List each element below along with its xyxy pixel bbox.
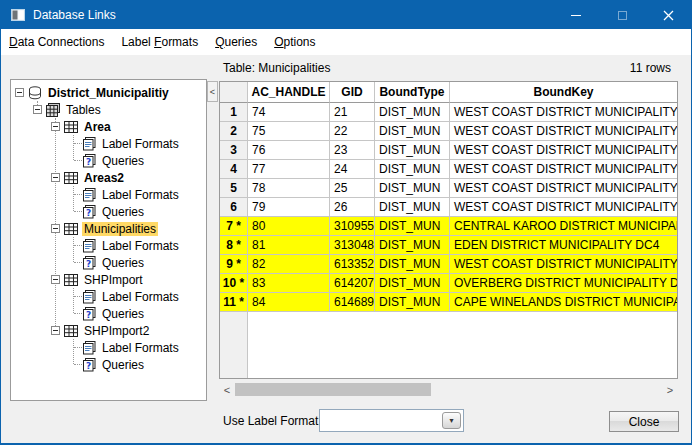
table-icon [64, 171, 78, 185]
cell-boundtype: DIST_MUN [375, 274, 450, 293]
tree-item-label-formats[interactable]: Label Formats [11, 186, 206, 203]
row-header[interactable]: 3 [220, 141, 248, 160]
queries-icon: ? [82, 307, 96, 321]
svg-text:?: ? [86, 208, 91, 218]
table-icon [64, 273, 78, 287]
cell-ac-handle: 83 [248, 274, 330, 293]
table-row[interactable]: 27522DIST_MUNWEST COAST DISTRICT MUNICIP… [220, 122, 677, 141]
table-row[interactable]: 67926DIST_MUNWEST COAST DISTRICT MUNICIP… [220, 198, 677, 217]
menu-item-queries[interactable]: Queries [215, 35, 257, 49]
tree-item-queries[interactable]: ?Queries [11, 152, 206, 169]
table-row[interactable]: 47724DIST_MUNWEST COAST DISTRICT MUNICIP… [220, 160, 677, 179]
tree-item-queries[interactable]: ?Queries [11, 305, 206, 322]
close-dialog-button[interactable]: Close [609, 411, 679, 432]
cell-ac-handle: 76 [248, 141, 330, 160]
close-icon [663, 10, 674, 21]
tree-item-tables[interactable]: Tables [11, 101, 206, 118]
cell-boundtype: DIST_MUN [375, 293, 450, 312]
scrollbar-thumb[interactable] [235, 383, 431, 396]
cell-gid: 25 [330, 179, 375, 198]
row-header[interactable]: 9 * [220, 255, 248, 274]
table-icon [64, 222, 78, 236]
tree-item-label: SHPImport2 [82, 324, 151, 338]
row-header[interactable]: 1 [220, 103, 248, 122]
tree-item-label: Queries [100, 256, 146, 270]
close-button[interactable] [645, 1, 691, 29]
table-row[interactable]: 8 *813130486DIST_MUNEDEN DISTRICT MUNICI… [220, 236, 677, 255]
row-header[interactable]: 11 * [220, 293, 248, 312]
cell-boundkey: WEST COAST DISTRICT MUNICIPALITY DC1 [450, 179, 677, 198]
grid-rows: 17421DIST_MUNWEST COAST DISTRICT MUNICIP… [220, 103, 677, 312]
combobox-dropdown-button[interactable]: ▾ [442, 412, 461, 429]
cell-gid: 22 [330, 122, 375, 141]
table-row[interactable]: 57825DIST_MUNWEST COAST DISTRICT MUNICIP… [220, 179, 677, 198]
tree-item-district-municipalitiy[interactable]: District_Municipalitiy [11, 84, 206, 101]
scroll-left-icon[interactable]: < [219, 381, 235, 398]
cell-boundkey: WEST COAST DISTRICT MUNICIPALITY DC1 [450, 141, 677, 160]
column-header-boundtype[interactable]: BoundType [375, 82, 450, 103]
table-row[interactable]: 7 *803109555DIST_MUNCENTRAL KAROO DISTRI… [220, 217, 677, 236]
tree-item-label-formats[interactable]: Label Formats [11, 288, 206, 305]
row-header[interactable]: 10 * [220, 274, 248, 293]
row-header[interactable]: 4 [220, 160, 248, 179]
column-header-boundkey[interactable]: BoundKey [450, 82, 677, 103]
collapse-expander-icon[interactable] [51, 173, 60, 182]
tree-item-queries[interactable]: ?Queries [11, 254, 206, 271]
use-label-format-label: Use Label Format: [223, 414, 322, 428]
label-format-combobox[interactable]: ▾ [319, 409, 464, 432]
cell-boundkey: OVERBERG DISTRICT MUNICIPALITY DC3 [450, 274, 677, 293]
tree-item-label: Label Formats [100, 341, 181, 355]
table-row[interactable]: 9 *826133522DIST_MUNWEST COAST DISTRICT … [220, 255, 677, 274]
titlebar-buttons [553, 1, 691, 29]
tree-item-shpimport[interactable]: SHPImport [11, 271, 206, 288]
row-header[interactable]: 2 [220, 122, 248, 141]
row-header[interactable]: 6 [220, 198, 248, 217]
corner-header[interactable] [220, 82, 248, 103]
tree-item-label: Label Formats [100, 290, 181, 304]
minimize-button[interactable] [553, 1, 599, 29]
collapse-expander-icon[interactable] [51, 224, 60, 233]
tree-item-label-formats[interactable]: Label Formats [11, 237, 206, 254]
tree-item-queries[interactable]: ?Queries [11, 356, 206, 373]
menu-item-data-connections[interactable]: Data Connections [9, 35, 104, 49]
tree-item-label: Label Formats [100, 188, 181, 202]
collapse-expander-icon[interactable] [15, 88, 24, 97]
table-row[interactable]: 10 *836142070DIST_MUNOVERBERG DISTRICT M… [220, 274, 677, 293]
tree-item-label-formats[interactable]: Label Formats [11, 339, 206, 356]
tree-item-label: Municipalities [82, 222, 158, 236]
collapse-tree-button[interactable]: < [207, 81, 218, 102]
cell-ac-handle: 80 [248, 217, 330, 236]
current-table-label: Table: Municipalities [223, 61, 330, 75]
table-row[interactable]: 17421DIST_MUNWEST COAST DISTRICT MUNICIP… [220, 103, 677, 122]
queries-icon: ? [82, 154, 96, 168]
tree-item-queries[interactable]: ?Queries [11, 203, 206, 220]
table-row[interactable]: 37623DIST_MUNWEST COAST DISTRICT MUNICIP… [220, 141, 677, 160]
column-header-gid[interactable]: GID [330, 82, 375, 103]
tree-item-area[interactable]: Area [11, 118, 206, 135]
column-header-ac-handle[interactable]: AC_HANDLE [248, 82, 330, 103]
cell-gid: 6142070 [330, 274, 375, 293]
row-header[interactable]: 8 * [220, 236, 248, 255]
collapse-expander-icon[interactable] [51, 326, 60, 335]
label-formats-icon [82, 290, 96, 304]
tree-item-municipalities[interactable]: Municipalities [11, 220, 206, 237]
row-header[interactable]: 5 [220, 179, 248, 198]
table-row[interactable]: 11 *846146896DIST_MUNCAPE WINELANDS DIST… [220, 293, 677, 312]
tree-item-areas2[interactable]: Areas2 [11, 169, 206, 186]
cell-gid: 3130486 [330, 236, 375, 255]
svg-text:?: ? [86, 157, 91, 167]
cell-ac-handle: 77 [248, 160, 330, 179]
collapse-expander-icon[interactable] [51, 275, 60, 284]
tree-item-shpimport2[interactable]: SHPImport2 [11, 322, 206, 339]
horizontal-scrollbar[interactable]: < > [219, 381, 678, 398]
menu-item-label-formats[interactable]: Label Formats [121, 35, 198, 49]
menu-item-options[interactable]: Options [274, 35, 315, 49]
tree-item-label-formats[interactable]: Label Formats [11, 135, 206, 152]
cell-gid: 6146896 [330, 293, 375, 312]
chevron-down-icon: ▾ [449, 416, 453, 425]
cell-boundkey: CAPE WINELANDS DISTRICT MUNICIPALITY D [450, 293, 677, 312]
scroll-right-icon[interactable]: > [662, 381, 678, 398]
collapse-expander-icon[interactable] [33, 105, 42, 114]
collapse-expander-icon[interactable] [51, 122, 60, 131]
row-header[interactable]: 7 * [220, 217, 248, 236]
